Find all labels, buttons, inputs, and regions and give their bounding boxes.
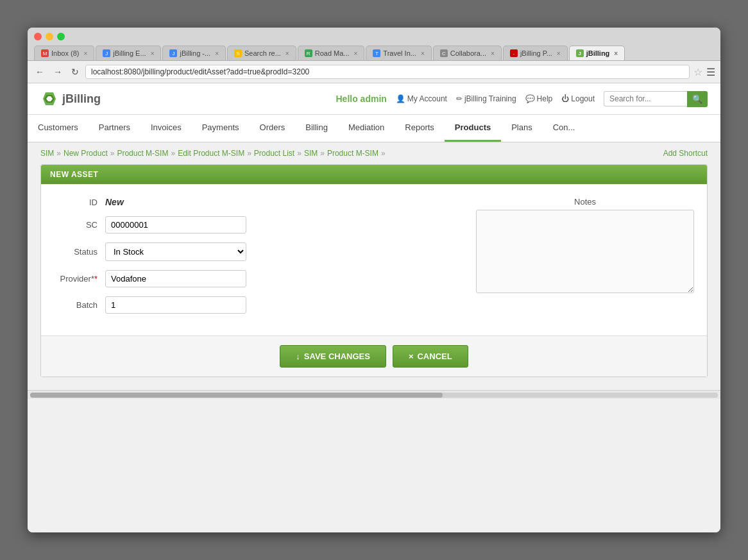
batch-input[interactable] [105,296,246,314]
tab-label: Inbox (8) [51,49,79,57]
nav-item-products[interactable]: Products [445,115,501,142]
form-right: Notes [476,197,694,323]
tab-5[interactable]: R Road Ma... × [298,46,365,60]
browser-tabs: M Inbox (8) × J jBilling E... × J jBilli… [34,46,714,60]
tab-favicon: T [373,49,380,57]
tab-2[interactable]: J jBilling E... × [96,46,161,60]
breadcrumb-product-msim[interactable]: Product M-SIM [117,149,168,158]
tab-4[interactable]: S Search re... × [227,46,296,60]
tab-close-icon[interactable]: × [151,50,155,57]
header-search-input[interactable] [604,91,687,106]
tab-close-icon[interactable]: × [354,50,358,57]
scrollbar-thumb [30,393,443,398]
close-button[interactable] [34,33,42,40]
search-icon: 🔍 [692,94,702,104]
sc-label: SC [54,220,105,230]
tab-close-icon[interactable]: × [285,50,289,57]
training-icon: ✏ [456,94,463,103]
breadcrumb-product-msim-2[interactable]: Product M-SIM [327,149,378,158]
status-select[interactable]: In Stock Out of Stock Reserved [105,242,246,261]
my-account-label: My Account [407,94,447,103]
field-id-row: ID New [54,197,457,207]
tab-close-icon[interactable]: × [421,50,425,57]
add-shortcut-link[interactable]: Add Shortcut [663,149,708,158]
breadcrumb-sep: » [110,149,115,158]
tab-close-icon[interactable]: × [215,50,219,57]
search-button[interactable]: 🔍 [687,91,708,107]
cancel-button[interactable]: × CANCEL [393,345,468,368]
nav-item-billing[interactable]: Billing [295,115,338,142]
tab-label: jBilling E... [113,49,146,57]
tab-close-icon[interactable]: × [614,50,618,57]
training-link[interactable]: ✏ jBilling Training [456,94,516,103]
app-header: jBilling Hello admin 👤 My Account ✏ jBil… [28,83,720,115]
address-input[interactable] [85,65,690,79]
breadcrumb: SIM » New Product » Product M-SIM » Edit… [28,142,720,164]
tab-9[interactable]: J jBilling × [569,46,625,60]
person-icon: 👤 [396,94,405,103]
nav-item-mediation[interactable]: Mediation [338,115,395,142]
nav-item-reports[interactable]: Reports [395,115,445,142]
tab-favicon: R [305,49,312,57]
save-icon: ↓ [296,352,300,361]
menu-icon[interactable]: ☰ [706,66,715,78]
forward-button[interactable]: → [51,65,65,78]
breadcrumb-sim-2[interactable]: SIM [304,149,318,158]
nav-label-invoices: Invoices [151,123,182,132]
breadcrumb-sep: » [381,149,386,158]
form-left: ID New SC Status In Stock Out of Stock R… [54,197,457,323]
field-batch-row: Batch [54,296,457,314]
nav-label-reports: Reports [405,123,434,132]
nav-label-plans: Plans [511,123,532,132]
nav-item-orders[interactable]: Orders [250,115,296,142]
breadcrumb-edit-product[interactable]: Edit Product M-SIM [178,149,244,158]
sc-input[interactable] [105,216,246,233]
nav-label-mediation: Mediation [348,123,384,132]
horizontal-scrollbar[interactable] [30,393,718,398]
tab-7[interactable]: C Collabora... × [433,46,502,60]
header-links: Hello admin 👤 My Account ✏ jBilling Trai… [336,91,708,107]
save-changes-button[interactable]: ↓ SAVE CHANGES [280,345,386,368]
cancel-icon: × [409,352,414,361]
breadcrumb-new-product[interactable]: New Product [64,149,108,158]
minimize-button[interactable] [46,33,53,40]
notes-textarea[interactable] [476,210,694,293]
tab-6[interactable]: T Travel In... × [366,46,431,60]
window-controls [34,33,714,46]
tab-label: jBilling [586,49,610,57]
nav-label-billing: Billing [305,123,328,132]
batch-label: Batch [54,300,105,310]
tab-label: Road Ma... [315,49,350,57]
nav-item-invoices[interactable]: Invoices [140,115,192,142]
provider-input[interactable] [105,270,246,287]
breadcrumb-sim-1[interactable]: SIM [40,149,54,158]
maximize-button[interactable] [57,33,65,40]
nav-item-plans[interactable]: Plans [501,115,543,142]
form-footer: ↓ SAVE CHANGES × CANCEL [41,335,707,377]
my-account-link[interactable]: 👤 My Account [396,94,447,103]
breadcrumb-sep: » [247,149,251,158]
address-bar-row: ← → ↻ ☆ ☰ [28,61,720,83]
tab-close-icon[interactable]: × [491,50,495,57]
tab-close-icon[interactable]: × [83,50,87,57]
section-title: NEW ASSET [50,170,98,179]
tab-3[interactable]: J jBilling -... × [162,46,226,60]
tab-close-icon[interactable]: × [557,50,561,57]
save-label: SAVE CHANGES [304,352,370,361]
tab-1[interactable]: M Inbox (8) × [34,46,94,60]
training-label: jBilling Training [464,94,516,103]
breadcrumb-product-list[interactable]: Product List [254,149,294,158]
nav-item-payments[interactable]: Payments [192,115,250,142]
nav-item-con[interactable]: Con... [543,115,586,142]
nav-label-partners: Partners [99,123,130,132]
bookmark-icon[interactable]: ☆ [693,66,702,78]
logout-link[interactable]: ⏻ Logout [561,94,595,103]
tab-8[interactable]: - jBilling P... × [503,46,568,60]
help-link[interactable]: 💬 Help [525,94,553,103]
tab-favicon: M [41,49,49,57]
nav-item-customers[interactable]: Customers [28,115,89,142]
tab-favicon: J [169,49,177,57]
nav-item-partners[interactable]: Partners [89,115,140,142]
reload-button[interactable]: ↻ [69,65,81,78]
back-button[interactable]: ← [33,65,47,78]
